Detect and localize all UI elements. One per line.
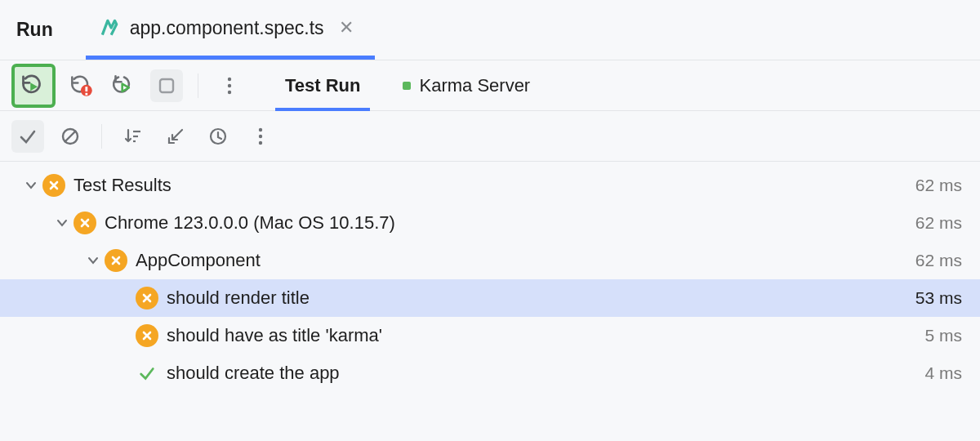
tree-row-time: 53 ms — [915, 288, 962, 308]
test-results-toolbar — [0, 111, 980, 162]
svg-point-6 — [228, 90, 231, 93]
status-dot-icon — [403, 82, 411, 90]
stop-icon — [158, 78, 175, 94]
svg-line-8 — [65, 131, 76, 142]
separator — [198, 74, 198, 98]
svg-rect-3 — [160, 79, 173, 92]
tree-row-label: should have as title 'karma' — [167, 325, 924, 346]
status-pass-icon — [136, 362, 158, 385]
tab-karma-server[interactable]: Karma Server — [398, 60, 535, 110]
svg-point-4 — [228, 77, 231, 80]
import-icon — [166, 127, 185, 146]
tab-test-run[interactable]: Test Run — [280, 60, 365, 110]
show-passed-button[interactable] — [11, 120, 44, 153]
close-icon[interactable]: ✕ — [334, 19, 359, 37]
status-fail-icon — [42, 174, 65, 197]
rerun-icon — [21, 74, 46, 98]
rerun-failed-icon — [70, 74, 93, 97]
status-fail-icon — [74, 212, 96, 234]
sort-icon — [123, 127, 143, 146]
tree-row[interactable]: Test Results62 ms — [0, 167, 980, 204]
tree-row[interactable]: AppComponent62 ms — [0, 242, 980, 279]
test-history-button[interactable] — [202, 120, 234, 153]
more-vertical-icon — [258, 127, 263, 146]
tool-window-tabbar: Run app.component.spec.ts ✕ — [0, 0, 980, 60]
sort-button[interactable] — [117, 120, 149, 153]
tree-row[interactable]: should create the app4 ms — [0, 354, 980, 392]
tree-row-time: 5 ms — [924, 326, 962, 345]
more-vertical-icon — [227, 76, 232, 96]
output-tabs: Test Run Karma Server — [280, 60, 535, 110]
panel-title: Run — [16, 19, 53, 41]
toggle-auto-test-button[interactable] — [108, 69, 140, 102]
chevron-down-icon[interactable] — [82, 255, 105, 266]
rerun-button[interactable] — [11, 64, 56, 108]
tree-row-time: 4 ms — [924, 363, 962, 383]
tree-row-label: should render title — [167, 287, 915, 309]
status-fail-icon — [105, 249, 127, 272]
chevron-down-icon[interactable] — [20, 180, 42, 191]
tab-label: Karma Server — [419, 75, 530, 96]
circle-slash-icon — [60, 127, 80, 146]
svg-point-5 — [228, 83, 231, 87]
svg-point-13 — [259, 127, 262, 131]
tree-row-label: Chrome 123.0.0.0 (Mac OS 10.15.7) — [105, 212, 915, 234]
tree-row-label: should create the app — [167, 363, 924, 384]
rerun-failed-button[interactable] — [65, 69, 98, 102]
tree-row-time: 62 ms — [915, 251, 962, 270]
file-tab-label: app.component.spec.ts — [130, 17, 324, 39]
separator — [101, 124, 102, 149]
more-options-button[interactable] — [244, 120, 277, 153]
toggle-auto-test-icon — [113, 74, 136, 97]
tree-row[interactable]: Chrome 123.0.0.0 (Mac OS 10.15.7)62 ms — [0, 204, 980, 242]
tree-row-time: 62 ms — [915, 213, 962, 233]
tree-row-label: AppComponent — [136, 250, 915, 271]
check-icon — [18, 127, 38, 146]
import-results-button[interactable] — [159, 120, 192, 153]
svg-rect-2 — [85, 92, 87, 95]
more-actions-button[interactable] — [213, 69, 246, 102]
run-toolbar: Test Run Karma Server — [0, 60, 980, 111]
tree-row-label: Test Results — [74, 175, 915, 196]
svg-rect-1 — [85, 87, 87, 91]
tree-row[interactable]: should render title53 ms — [0, 279, 980, 317]
svg-point-14 — [259, 134, 262, 137]
svg-point-15 — [259, 140, 262, 144]
status-fail-icon — [136, 287, 158, 310]
tree-row[interactable]: should have as title 'karma'5 ms — [0, 317, 980, 354]
karma-file-icon — [99, 17, 120, 38]
chevron-down-icon[interactable] — [51, 217, 74, 229]
file-tab[interactable]: app.component.spec.ts ✕ — [86, 0, 375, 60]
show-ignored-button[interactable] — [54, 120, 87, 153]
history-icon — [208, 127, 228, 146]
stop-button[interactable] — [150, 69, 183, 102]
status-fail-icon — [136, 324, 158, 347]
tab-label: Test Run — [285, 75, 360, 96]
test-tree[interactable]: Test Results62 msChrome 123.0.0.0 (Mac O… — [0, 162, 980, 441]
tree-row-time: 62 ms — [915, 176, 962, 195]
